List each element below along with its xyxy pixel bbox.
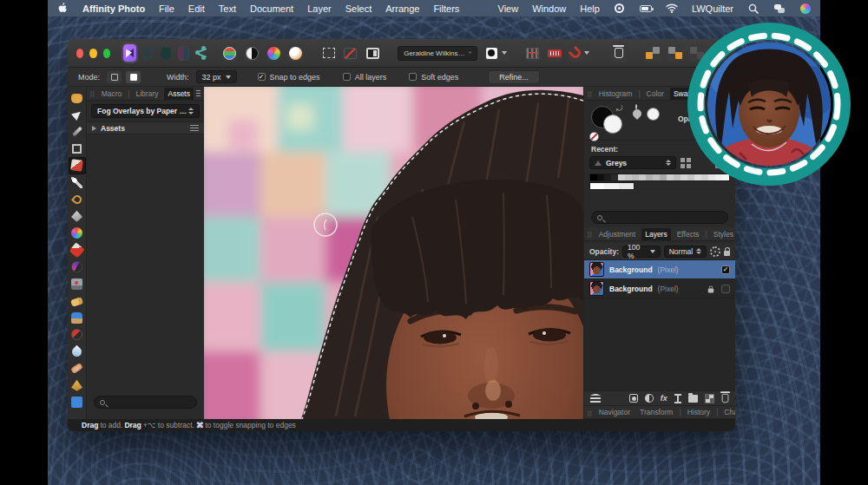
- fast-user-switch-icon[interactable]: [773, 3, 786, 15]
- document-canvas[interactable]: [204, 87, 583, 419]
- blur-brush-tool[interactable]: [69, 344, 86, 361]
- assets-category-dropdown[interactable]: Fog Overlays by Paper Farms: [91, 104, 200, 118]
- menu-select[interactable]: Select: [345, 3, 372, 14]
- selection-brush-tool[interactable]: [69, 157, 86, 174]
- develop-persona-icon[interactable]: [178, 46, 189, 61]
- layer-visibility-checkbox[interactable]: ✓: [721, 265, 730, 274]
- crop-tool[interactable]: [69, 141, 86, 158]
- picked-color-chip[interactable]: [647, 108, 660, 121]
- group-layers-icon[interactable]: [688, 395, 698, 403]
- auto-contrast-button[interactable]: [244, 44, 260, 62]
- menu-layer[interactable]: Layer: [307, 3, 332, 14]
- spotlight-search-icon[interactable]: [747, 3, 760, 15]
- delete-button[interactable]: [611, 44, 627, 62]
- battery-icon[interactable]: [640, 3, 652, 15]
- blend-options-gear-icon[interactable]: [710, 246, 720, 257]
- assets-search-input[interactable]: [94, 396, 197, 409]
- layer-visibility-checkbox-2[interactable]: [721, 285, 730, 293]
- assistant-button[interactable]: [483, 44, 509, 62]
- wifi-icon[interactable]: [666, 3, 678, 15]
- tab-assets[interactable]: Assets: [164, 88, 194, 100]
- palette-dropdown[interactable]: Greys: [589, 156, 676, 169]
- lock-layer-icon[interactable]: [724, 251, 730, 256]
- swap-colors-icon[interactable]: ⤸: [615, 104, 625, 115]
- tab-styles[interactable]: Styles: [710, 228, 735, 240]
- mode-add-button[interactable]: [107, 71, 122, 83]
- swatch-search-input[interactable]: [591, 211, 728, 224]
- dodge-brush-tool[interactable]: [69, 310, 86, 327]
- soft-edges-checkbox[interactable]: Soft edges: [409, 73, 458, 82]
- mode-subtract-button[interactable]: [126, 71, 141, 83]
- tab-effects[interactable]: Effects: [674, 228, 703, 240]
- auto-levels-button[interactable]: [222, 44, 238, 62]
- brush-width-dropdown[interactable]: 32 px: [196, 70, 237, 83]
- adjustment-layer-icon[interactable]: [645, 394, 653, 403]
- menu-view[interactable]: View: [498, 3, 519, 14]
- tab-macro[interactable]: Macro: [98, 88, 126, 100]
- menu-username[interactable]: LWQuilter: [692, 3, 733, 14]
- assets-group-menu-icon[interactable]: [190, 125, 199, 132]
- tab-history[interactable]: History: [684, 406, 713, 418]
- rotate-document-button[interactable]: [365, 44, 380, 62]
- snapping-button[interactable]: [569, 44, 591, 62]
- healing-brush-tool[interactable]: [69, 360, 86, 377]
- panel-drag-handle-4[interactable]: ||: [588, 410, 593, 416]
- apple-menu-icon[interactable]: [56, 3, 69, 15]
- tab-color[interactable]: Color: [643, 88, 667, 100]
- menu-arrange[interactable]: Arrange: [385, 3, 419, 14]
- pen-tool[interactable]: [69, 377, 86, 395]
- layer-row-1[interactable]: Background (Pixel) ✓: [584, 260, 735, 279]
- minimize-window-button[interactable]: [89, 49, 96, 58]
- delete-layer-icon[interactable]: [721, 394, 728, 403]
- menu-filters[interactable]: Filters: [433, 3, 459, 14]
- mask-layer-icon[interactable]: [629, 394, 638, 403]
- document-selector[interactable]: Geraldine Wilkins 20… *: [398, 46, 477, 61]
- menu-file[interactable]: File: [159, 3, 174, 14]
- auto-colour-button[interactable]: [266, 44, 281, 62]
- refine-button[interactable]: Refine...: [488, 70, 540, 84]
- foreground-color-chip[interactable]: [603, 115, 622, 134]
- marquee-visibility-button[interactable]: [321, 44, 337, 62]
- auto-white-balance-button[interactable]: [287, 44, 303, 62]
- tab-histogram[interactable]: Histogram: [595, 88, 636, 100]
- panel-drag-handle[interactable]: ||: [90, 90, 95, 96]
- eraser-tool[interactable]: [69, 292, 86, 310]
- greys-swatch-strip-row2[interactable]: [589, 182, 635, 190]
- layer-opacity-dropdown[interactable]: 100 %: [622, 246, 661, 258]
- burn-brush-tool[interactable]: [69, 326, 86, 344]
- panel-menu-icon[interactable]: [196, 90, 201, 97]
- paint-brush-tool[interactable]: [69, 242, 86, 259]
- menu-text[interactable]: Text: [219, 3, 236, 14]
- color-picker-tool[interactable]: [69, 123, 86, 141]
- view-tool[interactable]: [69, 89, 86, 107]
- panel-drag-handle-3[interactable]: ||: [588, 231, 593, 237]
- flood-fill-tool[interactable]: [69, 208, 86, 226]
- photo-persona-icon[interactable]: [142, 46, 154, 61]
- no-color-chip[interactable]: [589, 132, 599, 141]
- tab-channels[interactable]: Channels: [720, 406, 735, 418]
- stack-icon[interactable]: [590, 394, 601, 403]
- move-forward-button[interactable]: [667, 44, 683, 62]
- tab-navigator[interactable]: Navigator: [595, 406, 634, 418]
- tab-adjustment[interactable]: Adjustment: [595, 228, 640, 240]
- move-tool[interactable]: [69, 107, 86, 124]
- tab-transform[interactable]: Transform: [636, 406, 676, 418]
- blend-mode-dropdown[interactable]: Normal: [664, 246, 707, 258]
- clone-brush-tool[interactable]: [69, 276, 86, 293]
- siri-icon[interactable]: [799, 3, 812, 15]
- menu-document[interactable]: Document: [250, 3, 293, 14]
- menu-help[interactable]: Help: [580, 3, 600, 14]
- layer-effects-icon[interactable]: fx: [661, 394, 667, 403]
- live-filter-icon[interactable]: [674, 394, 681, 403]
- menu-window[interactable]: Window: [532, 3, 566, 14]
- slice-button[interactable]: [343, 44, 358, 62]
- menu-app-name[interactable]: Affinity Photo: [82, 3, 145, 14]
- shape-tool[interactable]: [69, 394, 86, 411]
- snap-to-edges-checkbox[interactable]: Snap to edges: [258, 73, 320, 82]
- color-replacement-brush-tool[interactable]: [69, 259, 86, 276]
- gradient-tool[interactable]: [69, 225, 86, 242]
- lasso-tool[interactable]: [69, 191, 86, 208]
- show-grid-button[interactable]: [525, 44, 541, 62]
- export-persona-icon[interactable]: [195, 46, 206, 60]
- pattern-layer-icon[interactable]: [705, 394, 713, 403]
